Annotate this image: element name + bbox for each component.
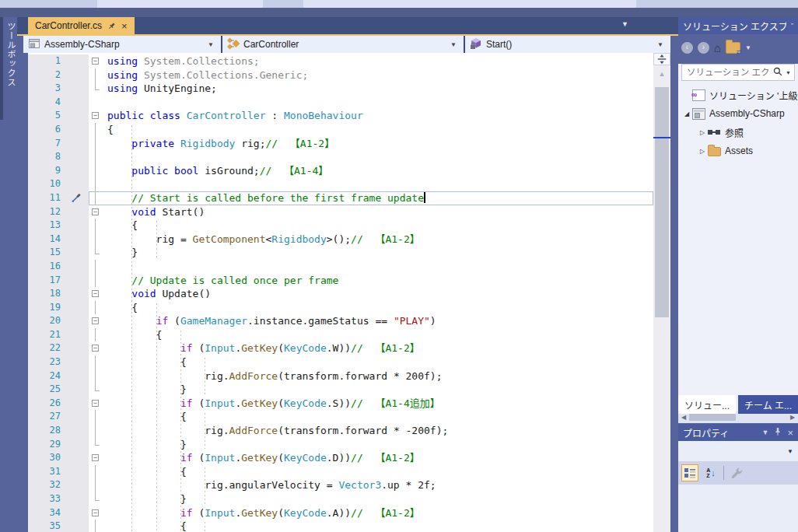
fold-collapse-icon[interactable]: − [89,341,103,355]
line-number[interactable]: 14 [28,233,64,247]
line-number[interactable]: 24 [28,369,64,383]
close-icon[interactable]: × [121,21,128,31]
dock-tab-team-explorer[interactable]: チーム エ... [738,395,798,414]
code-line[interactable]: 1−using System.Collections; [28,54,653,68]
code-line[interactable]: 5−public class CarController : MonoBehav… [28,109,653,123]
code-line[interactable]: 3using UnityEngine; [28,82,653,96]
fold-collapse-icon[interactable]: − [89,54,103,68]
code-line[interactable]: 24 rig.AddForce(transform.forward * 200f… [28,369,653,383]
pin-icon[interactable] [107,22,116,30]
line-number[interactable]: 21 [28,328,64,342]
code-line[interactable]: 29 } [28,438,653,452]
code-line[interactable]: 32 rig.angularVelocity = Vector3.up * 2f… [28,478,653,492]
line-number[interactable]: 22 [28,341,64,355]
line-number[interactable]: 31 [28,465,64,479]
search-options-dropdown-icon[interactable]: ▼ [786,70,791,75]
line-number[interactable]: 32 [28,478,64,492]
expander-collapsed-icon[interactable]: ▷ [697,129,708,136]
scroll-left-icon[interactable]: ◀ [678,414,689,421]
line-number[interactable]: 5 [28,109,64,123]
expander-collapsed-icon[interactable]: ▷ [697,148,708,155]
code-line[interactable]: 19 { [28,301,653,315]
member-dropdown[interactable]: Start() ▼ [465,36,670,53]
code-line[interactable]: 4 [28,96,653,110]
code-line[interactable]: 6{ [28,123,653,137]
splitter-handle-icon[interactable] [653,53,670,65]
screwdriver-suggestion-icon[interactable] [64,191,89,205]
line-number[interactable]: 30 [28,451,64,465]
line-number[interactable]: 13 [28,219,64,233]
code-editor[interactable]: 1−using System.Collections;2using System… [28,53,670,532]
toolbar-overflow-icon[interactable]: ” [791,22,793,30]
scrollbar-thumb[interactable] [689,414,736,421]
line-number[interactable]: 34 [28,506,64,520]
line-number[interactable]: 9 [28,164,64,178]
code-line[interactable]: 31 { [28,465,653,479]
line-number[interactable]: 7 [28,137,64,151]
code-line[interactable]: 10 [28,177,653,191]
code-line[interactable]: 17 // Update is called once per frame [28,274,653,288]
line-number[interactable]: 28 [28,424,64,438]
code-line[interactable]: 15 } [28,246,653,260]
code-lines-container[interactable]: 1−using System.Collections;2using System… [28,54,653,532]
code-line[interactable]: 14 rig = GetComponent<Rigidbody>();// 【A… [28,233,653,247]
alphabetical-sort-button[interactable]: AZ↓ [702,464,719,481]
properties-object-combobox[interactable]: ▼ [678,441,798,461]
code-line[interactable]: 27 { [28,410,653,424]
code-line[interactable]: 35 { [28,520,653,532]
line-number[interactable]: 25 [28,383,64,397]
search-input[interactable] [685,67,770,78]
search-icon[interactable] [773,65,782,79]
code-line[interactable]: 11 // Start is called before the first f… [28,191,653,205]
code-line[interactable]: 26− if (Input.GetKey(KeyCode.S))// 【A1-4… [28,397,653,411]
line-number[interactable]: 19 [28,301,64,315]
line-number[interactable]: 20 [28,314,64,328]
fold-collapse-icon[interactable]: − [89,314,103,328]
line-number[interactable]: 35 [28,520,64,532]
pin-icon[interactable] [773,427,782,438]
solution-search-box[interactable]: ▼ [681,64,795,81]
fold-collapse-icon[interactable]: − [89,205,103,219]
line-number[interactable]: 10 [28,177,64,191]
line-number[interactable]: 1 [28,54,64,68]
document-tab[interactable]: CarController.cs × [28,17,135,34]
close-icon[interactable]: × [787,427,793,439]
fold-collapse-icon[interactable]: − [89,287,103,301]
code-line[interactable]: 8 [28,150,653,164]
code-line[interactable]: 20− if (GameManager.instance.gameStatus … [28,314,653,328]
line-number[interactable]: 18 [28,287,64,301]
code-line[interactable]: 21 { [28,328,653,342]
line-number[interactable]: 6 [28,123,64,137]
window-menu-icon[interactable]: ▼ [761,429,768,436]
line-number[interactable]: 26 [28,397,64,411]
fold-collapse-icon[interactable]: − [89,397,103,411]
code-line[interactable]: 9 public bool isGround;// 【A1-4】 [28,164,653,178]
forward-button[interactable]: › [698,42,709,54]
categorized-button[interactable] [681,464,698,481]
line-number[interactable]: 33 [28,492,64,506]
code-line[interactable]: 16 [28,260,653,274]
fold-collapse-icon[interactable]: − [89,451,103,465]
line-number[interactable]: 2 [28,68,64,82]
line-number[interactable]: 3 [28,82,64,96]
code-line[interactable]: 28 rig.AddForce(transform.forward * -200… [28,424,653,438]
line-number[interactable]: 23 [28,355,64,369]
code-line[interactable]: 2using System.Collections.Generic; [28,68,653,82]
toolbox-tab[interactable]: ツールボックス [0,17,17,120]
code-line[interactable]: 18− void Update() [28,287,653,301]
tree-item-assembly-csharp-project[interactable]: ◢Assembly-CSharp [678,104,798,123]
code-line[interactable]: 33 } [28,492,653,506]
code-line[interactable]: 30− if (Input.GetKey(KeyCode.D))// 【A1-2… [28,451,653,465]
fold-collapse-icon[interactable]: − [89,109,103,123]
line-number[interactable]: 27 [28,410,64,424]
tree-item-assets[interactable]: ▷Assets [678,142,798,160]
property-pages-button[interactable] [728,464,745,481]
code-line[interactable]: 13 { [28,219,653,233]
expander-expanded-icon[interactable]: ◢ [681,110,692,117]
code-line[interactable]: 23 { [28,355,653,369]
code-line[interactable]: 25 } [28,383,653,397]
type-dropdown[interactable]: CarController ▼ [222,36,465,53]
line-number[interactable]: 8 [28,150,64,164]
line-number[interactable]: 12 [28,205,64,219]
tab-list-dropdown-icon[interactable]: ▼ [621,20,628,28]
